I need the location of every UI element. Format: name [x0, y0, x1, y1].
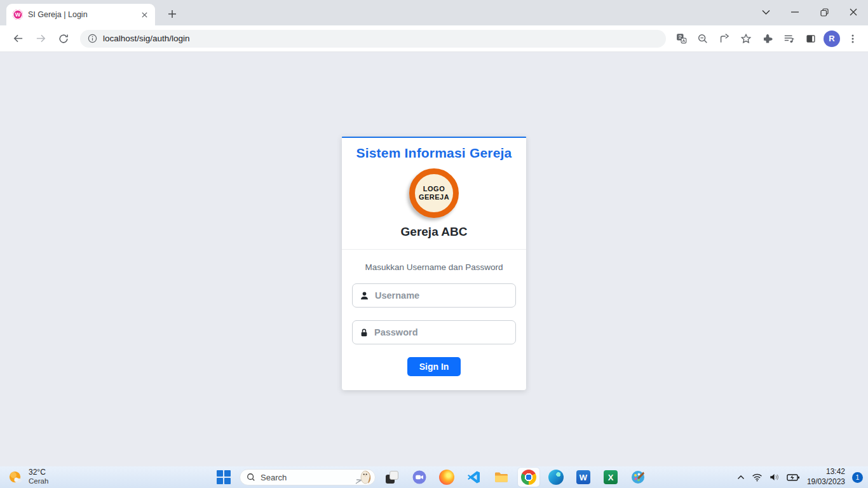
login-card-body: Masukkan Username dan Password Sign In [342, 249, 526, 390]
search-icon [247, 473, 255, 482]
login-page: Sistem Informasi Gereja LOGO GEREJA Gere… [0, 53, 868, 466]
taskbar-app-file-explorer[interactable] [491, 468, 512, 487]
start-button[interactable] [214, 468, 234, 487]
system-tray: 13:42 19/03/2023 1 [737, 466, 863, 488]
task-view-icon [384, 470, 400, 485]
vscode-icon [466, 470, 482, 485]
user-icon [360, 291, 369, 301]
tab-title: SI Gereja | Login [28, 10, 134, 19]
wampserver-favicon-icon: W [13, 10, 23, 20]
taskbar-center: Search [214, 466, 649, 488]
password-field[interactable] [352, 320, 516, 344]
teams-chat-icon [412, 470, 427, 485]
file-explorer-icon [494, 470, 509, 485]
share-icon[interactable] [715, 30, 733, 48]
minimize-button[interactable] [780, 0, 810, 24]
login-card-header: Sistem Informasi Gereja LOGO GEREJA Gere… [342, 138, 526, 249]
taskbar-app-teams-chat[interactable] [409, 468, 430, 487]
tab-close-icon[interactable] [139, 10, 150, 20]
site-info-icon[interactable] [88, 34, 97, 43]
notification-badge[interactable]: 1 [852, 472, 863, 483]
taskbar-search[interactable]: Search [240, 469, 376, 485]
paint-icon [630, 470, 646, 485]
extensions-puzzle-icon[interactable] [759, 30, 776, 48]
new-tab-button[interactable] [164, 6, 180, 22]
translate-icon[interactable] [672, 30, 690, 48]
weather-sun-cloud-icon [8, 470, 24, 485]
taskbar-app-word[interactable]: W [573, 468, 594, 487]
page-title: Sistem Informasi Gereja [352, 146, 516, 161]
taskbar-app-chrome[interactable] [518, 468, 539, 487]
restore-button[interactable] [810, 0, 839, 24]
browser-titlebar: W SI Gereja | Login [0, 0, 868, 25]
browser-tab[interactable]: W SI Gereja | Login [6, 4, 155, 25]
desktop-screen: W SI Gereja | Login [0, 0, 868, 488]
wifi-icon[interactable] [752, 473, 763, 482]
browser-menu-kebab-icon[interactable] [844, 30, 862, 48]
search-placeholder-text: Search [261, 473, 287, 482]
browser-toolbar: localhost/sig/auth/login [0, 25, 868, 52]
firefox-icon [439, 470, 454, 485]
zoom-icon[interactable] [694, 30, 712, 48]
church-logo: LOGO GEREJA [409, 168, 459, 218]
username-input[interactable] [375, 290, 508, 301]
sign-in-button[interactable]: Sign In [407, 357, 461, 376]
volume-icon[interactable] [770, 473, 780, 482]
church-logo-text-line1: LOGO [423, 185, 445, 193]
weather-temperature: 32°C [29, 468, 48, 477]
login-instruction: Masukkan Username dan Password [352, 262, 516, 272]
chrome-icon [521, 470, 536, 485]
search-highlight-owl-image[interactable] [355, 469, 374, 485]
weather-widget[interactable]: 32°C Cerah [8, 466, 48, 488]
taskbar-app-vscode[interactable] [463, 468, 485, 487]
window-controls [751, 0, 868, 24]
taskbar-app-excel[interactable]: X [600, 468, 621, 487]
clock-widget[interactable]: 13:42 19/03/2023 [807, 467, 845, 487]
edge-icon [548, 470, 564, 485]
address-bar[interactable]: localhost/sig/auth/login [80, 30, 666, 48]
lock-icon [360, 328, 369, 337]
back-button[interactable] [8, 29, 27, 48]
side-panel-icon[interactable] [802, 30, 820, 48]
url-text: localhost/sig/auth/login [103, 34, 190, 43]
weather-condition: Cerah [29, 477, 48, 485]
forward-button[interactable] [31, 29, 50, 48]
tray-chevron-up-icon[interactable] [737, 475, 745, 480]
word-icon: W [576, 470, 590, 484]
tab-search-chevron-icon[interactable] [751, 0, 780, 24]
bookmark-star-icon[interactable] [737, 30, 755, 48]
church-name: Gereja ABC [352, 225, 516, 239]
clock-time: 13:42 [807, 467, 845, 477]
toolbar-right-icons: R [672, 30, 862, 48]
battery-charging-icon[interactable] [787, 473, 800, 482]
excel-icon: X [604, 470, 618, 484]
taskbar-app-paint[interactable] [627, 468, 649, 487]
church-logo-text-line2: GEREJA [419, 193, 449, 201]
login-card: Sistem Informasi Gereja LOGO GEREJA Gere… [342, 137, 526, 390]
windows-logo-icon [217, 470, 231, 484]
username-field[interactable] [352, 283, 516, 308]
profile-avatar[interactable]: R [824, 30, 840, 47]
taskbar-app-edge[interactable] [545, 468, 567, 487]
taskbar-app-task-view[interactable] [381, 468, 403, 487]
password-input[interactable] [374, 327, 508, 337]
close-window-button[interactable] [839, 0, 868, 24]
taskbar: 32°C Cerah Search [0, 466, 868, 488]
reload-button[interactable] [54, 29, 73, 48]
clock-date: 19/03/2023 [807, 477, 845, 487]
media-controls-icon[interactable] [780, 30, 798, 48]
taskbar-app-firefox[interactable] [436, 468, 458, 487]
